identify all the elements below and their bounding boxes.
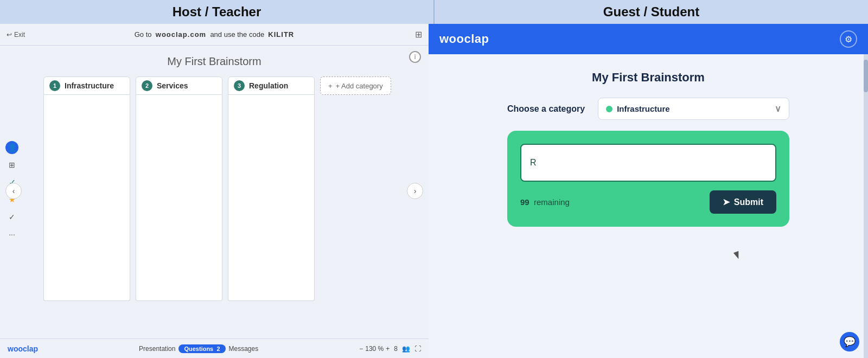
fullscreen-icon[interactable]: ⛶ <box>414 345 421 353</box>
page-number: 8 <box>394 345 398 353</box>
sidebar-check2-icon[interactable]: ✓ <box>5 210 18 223</box>
gear-icon: ⚙ <box>845 34 852 44</box>
zoom-out-button[interactable]: − <box>359 345 363 353</box>
dropdown-left: Infrastructure <box>606 104 670 113</box>
nav-left-button[interactable]: ‹ <box>5 183 22 199</box>
submit-label: Submit <box>734 197 763 207</box>
sidebar-more-icon[interactable]: ··· <box>5 228 18 241</box>
category-column-1: 1 Infrastructure <box>43 76 130 301</box>
category-number-2: 2 <box>142 80 152 91</box>
host-topbar: ↩ Exit Go to wooclap.com and use the cod… <box>0 24 429 46</box>
chat-icon: 💬 <box>844 336 856 348</box>
scrollbar[interactable] <box>864 54 868 358</box>
bottombar-left: wooclap <box>8 344 38 353</box>
category-body-3 <box>228 95 315 301</box>
submit-button[interactable]: ➤ Submit <box>710 190 776 214</box>
info-icon[interactable]: i <box>409 51 421 63</box>
guest-label-text: Guest / Student <box>603 4 699 20</box>
answer-card: 99 remaining ➤ Submit <box>507 131 789 227</box>
category-dropdown[interactable]: Infrastructure ∨ <box>598 98 789 120</box>
category-column-3: 3 Regulation <box>228 76 315 301</box>
zoom-controls[interactable]: − 130 % + <box>359 345 390 353</box>
guest-content: My First Brainstorm Choose a category In… <box>429 54 868 358</box>
host-label: Host / Teacher <box>0 0 435 24</box>
wooclap-logo: wooclap <box>439 32 489 46</box>
chat-button[interactable]: 💬 <box>840 332 859 351</box>
exit-button[interactable]: ↩ Exit <box>7 31 25 39</box>
remaining-label: remaining <box>534 197 570 207</box>
guest-panel: wooclap ⚙ My First Brainstorm Choose a c… <box>429 24 868 358</box>
category-body-1 <box>43 95 130 301</box>
presentation-tab[interactable]: Presentation <box>139 345 175 353</box>
category-header-2: 2 Services <box>136 76 222 95</box>
category-number-1: 1 <box>49 80 60 91</box>
remaining-text: 99 remaining <box>520 197 570 207</box>
guest-brainstorm-title: My First Brainstorm <box>592 71 705 85</box>
join-code: KILITR <box>268 30 294 39</box>
choose-category-label: Choose a category <box>507 104 585 114</box>
category-label-1: Infrastructure <box>65 81 114 90</box>
bottom-logo: wooclap <box>8 344 38 353</box>
zoom-value: 130 % <box>365 345 384 353</box>
bottombar-center[interactable]: Presentation Questions 2 Messages <box>139 344 258 353</box>
guest-header: wooclap ⚙ <box>429 24 868 54</box>
nav-right-button[interactable]: › <box>407 183 423 199</box>
zoom-in-button[interactable]: + <box>386 345 390 353</box>
category-selector-row: Choose a category Infrastructure ∨ <box>507 98 789 120</box>
plus-icon: + <box>328 82 333 90</box>
selected-category: Infrastructure <box>617 104 670 113</box>
bottombar-right: − 130 % + 8 👥 ⛶ <box>359 345 421 353</box>
participants-icon: 👥 <box>402 345 410 353</box>
grid-icon: ⊞ <box>415 29 422 40</box>
dropdown-dot <box>606 106 612 112</box>
category-header-3: 3 Regulation <box>228 76 315 95</box>
remaining-count: 99 <box>520 197 529 207</box>
host-bottombar: wooclap Presentation Questions 2 Message… <box>0 338 429 358</box>
send-icon: ➤ <box>723 197 730 207</box>
add-category-label: + Add category <box>336 82 383 90</box>
exit-label: Exit <box>14 31 25 39</box>
category-label-3: Regulation <box>249 81 288 90</box>
chevron-down-icon: ∨ <box>775 104 781 114</box>
questions-tab[interactable]: Questions 2 <box>178 344 225 353</box>
categories-area: ‹ 1 Infrastructure 2 Services <box>0 76 429 338</box>
scrollbar-thumb <box>864 60 868 92</box>
sidebar-grid-icon[interactable]: ⊞ <box>5 158 18 171</box>
category-number-3: 3 <box>234 80 245 91</box>
category-body-2 <box>136 95 222 301</box>
messages-tab[interactable]: Messages <box>229 345 259 353</box>
sidebar-person-icon[interactable]: 👤 <box>5 141 18 154</box>
site-name: wooclap.com <box>156 30 206 39</box>
host-panel: ↩ Exit Go to wooclap.com and use the cod… <box>0 24 429 358</box>
join-code-text: Go to wooclap.com and use the code KILIT… <box>135 30 295 39</box>
guest-label: Guest / Student <box>435 0 868 24</box>
add-category-button[interactable]: + + Add category <box>320 76 391 95</box>
host-label-text: Host / Teacher <box>173 4 261 20</box>
answer-footer: 99 remaining ➤ Submit <box>520 190 776 214</box>
category-label-2: Services <box>157 81 188 90</box>
exit-arrow-icon: ↩ <box>7 31 12 39</box>
settings-button[interactable]: ⚙ <box>840 30 857 48</box>
host-brainstorm-title: My First Brainstorm <box>0 46 429 76</box>
category-header-1: 1 Infrastructure <box>43 76 130 95</box>
answer-input[interactable] <box>520 144 776 182</box>
category-column-2: 2 Services <box>136 76 222 301</box>
